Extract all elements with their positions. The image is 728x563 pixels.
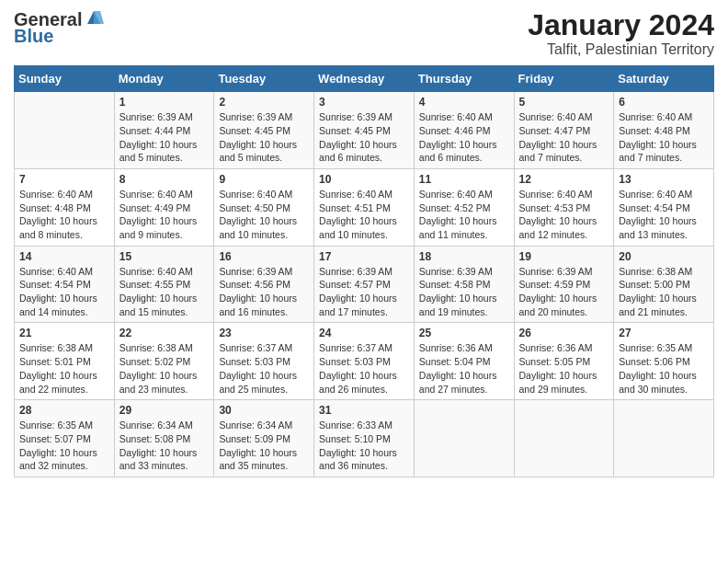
day-number: 3	[319, 96, 409, 109]
day-info: Sunrise: 6:37 AM Sunset: 5:03 PM Dayligh…	[219, 341, 309, 396]
day-number: 22	[119, 327, 210, 339]
calendar-cell: 20Sunrise: 6:38 AM Sunset: 5:00 PM Dayli…	[614, 246, 714, 323]
calendar-cell: 15Sunrise: 6:40 AM Sunset: 4:55 PM Dayli…	[114, 246, 214, 323]
calendar-cell: 4Sunrise: 6:40 AM Sunset: 4:46 PM Daylig…	[414, 92, 514, 169]
calendar-cell: 19Sunrise: 6:39 AM Sunset: 4:59 PM Dayli…	[514, 246, 614, 323]
day-number: 12	[519, 173, 609, 186]
calendar-cell	[414, 400, 514, 477]
logo: General Blue	[14, 9, 104, 46]
day-info: Sunrise: 6:40 AM Sunset: 4:49 PM Dayligh…	[119, 188, 210, 242]
day-info: Sunrise: 6:34 AM Sunset: 5:08 PM Dayligh…	[119, 419, 210, 473]
header-cell-monday: Monday	[114, 66, 214, 92]
calendar-cell: 7Sunrise: 6:40 AM Sunset: 4:48 PM Daylig…	[15, 168, 115, 246]
header-cell-wednesday: Wednesday	[314, 66, 415, 92]
day-info: Sunrise: 6:38 AM Sunset: 5:00 PM Dayligh…	[619, 265, 709, 319]
calendar-cell	[15, 92, 115, 169]
calendar-cell: 28Sunrise: 6:35 AM Sunset: 5:07 PM Dayli…	[15, 400, 115, 477]
day-info: Sunrise: 6:38 AM Sunset: 5:02 PM Dayligh…	[119, 341, 210, 396]
day-info: Sunrise: 6:40 AM Sunset: 4:51 PM Dayligh…	[319, 188, 409, 242]
svg-marker-1	[94, 11, 104, 24]
day-info: Sunrise: 6:40 AM Sunset: 4:53 PM Dayligh…	[519, 188, 609, 242]
day-number: 24	[319, 327, 409, 339]
calendar-cell: 1Sunrise: 6:39 AM Sunset: 4:44 PM Daylig…	[114, 92, 214, 169]
calendar-cell: 9Sunrise: 6:40 AM Sunset: 4:50 PM Daylig…	[214, 168, 314, 246]
day-number: 1	[119, 96, 210, 109]
day-number: 16	[219, 250, 309, 263]
header-cell-thursday: Thursday	[414, 66, 514, 92]
calendar-cell: 2Sunrise: 6:39 AM Sunset: 4:45 PM Daylig…	[214, 92, 314, 169]
calendar-cell: 24Sunrise: 6:37 AM Sunset: 5:03 PM Dayli…	[314, 323, 415, 400]
day-info: Sunrise: 6:39 AM Sunset: 4:58 PM Dayligh…	[419, 265, 509, 319]
day-number: 25	[419, 327, 509, 339]
day-info: Sunrise: 6:36 AM Sunset: 5:04 PM Dayligh…	[419, 341, 509, 396]
calendar-cell: 31Sunrise: 6:33 AM Sunset: 5:10 PM Dayli…	[314, 400, 415, 477]
day-number: 17	[319, 250, 409, 263]
page-header: General Blue January 2024 Talfit, Palest…	[14, 9, 714, 58]
logo-icon	[84, 7, 104, 28]
title-block: January 2024 Talfit, Palestinian Territo…	[528, 9, 714, 58]
calendar-cell: 17Sunrise: 6:39 AM Sunset: 4:57 PM Dayli…	[314, 246, 415, 323]
calendar-cell: 5Sunrise: 6:40 AM Sunset: 4:47 PM Daylig…	[514, 92, 614, 169]
day-number: 28	[19, 404, 109, 417]
calendar-cell: 10Sunrise: 6:40 AM Sunset: 4:51 PM Dayli…	[314, 168, 415, 246]
day-number: 13	[619, 173, 709, 186]
day-number: 14	[19, 250, 109, 263]
day-info: Sunrise: 6:37 AM Sunset: 5:03 PM Dayligh…	[319, 341, 409, 396]
calendar-cell: 6Sunrise: 6:40 AM Sunset: 4:48 PM Daylig…	[614, 92, 714, 169]
calendar-cell: 13Sunrise: 6:40 AM Sunset: 4:54 PM Dayli…	[614, 168, 714, 246]
week-row-1: 1Sunrise: 6:39 AM Sunset: 4:44 PM Daylig…	[15, 92, 714, 169]
calendar-cell: 29Sunrise: 6:34 AM Sunset: 5:08 PM Dayli…	[114, 400, 214, 477]
day-info: Sunrise: 6:40 AM Sunset: 4:47 PM Dayligh…	[519, 110, 609, 165]
day-number: 18	[419, 250, 509, 263]
day-number: 15	[119, 250, 210, 263]
day-info: Sunrise: 6:39 AM Sunset: 4:59 PM Dayligh…	[519, 265, 609, 319]
page-title: January 2024	[528, 9, 714, 41]
day-number: 5	[519, 96, 609, 109]
day-number: 10	[319, 173, 409, 186]
calendar-cell: 14Sunrise: 6:40 AM Sunset: 4:54 PM Dayli…	[15, 246, 115, 323]
day-info: Sunrise: 6:40 AM Sunset: 4:50 PM Dayligh…	[219, 188, 309, 242]
week-row-2: 7Sunrise: 6:40 AM Sunset: 4:48 PM Daylig…	[15, 168, 714, 246]
day-number: 23	[219, 327, 309, 339]
day-number: 11	[419, 173, 509, 186]
calendar-cell: 11Sunrise: 6:40 AM Sunset: 4:52 PM Dayli…	[414, 168, 514, 246]
day-number: 21	[19, 327, 109, 339]
day-info: Sunrise: 6:40 AM Sunset: 4:55 PM Dayligh…	[119, 265, 210, 319]
day-number: 30	[219, 404, 309, 417]
header-cell-sunday: Sunday	[15, 66, 115, 92]
calendar-cell: 27Sunrise: 6:35 AM Sunset: 5:06 PM Dayli…	[614, 323, 714, 400]
calendar-cell: 22Sunrise: 6:38 AM Sunset: 5:02 PM Dayli…	[114, 323, 214, 400]
day-number: 6	[619, 96, 709, 109]
day-info: Sunrise: 6:39 AM Sunset: 4:57 PM Dayligh…	[319, 265, 409, 319]
day-info: Sunrise: 6:40 AM Sunset: 4:48 PM Dayligh…	[619, 110, 709, 165]
week-row-3: 14Sunrise: 6:40 AM Sunset: 4:54 PM Dayli…	[15, 246, 714, 323]
day-info: Sunrise: 6:40 AM Sunset: 4:46 PM Dayligh…	[419, 110, 509, 165]
day-number: 26	[519, 327, 609, 339]
calendar-cell: 21Sunrise: 6:38 AM Sunset: 5:01 PM Dayli…	[15, 323, 115, 400]
calendar-cell	[514, 400, 614, 477]
day-number: 9	[219, 173, 309, 186]
calendar-cell: 3Sunrise: 6:39 AM Sunset: 4:45 PM Daylig…	[314, 92, 415, 169]
page-subtitle: Talfit, Palestinian Territory	[528, 41, 714, 58]
calendar-cell: 12Sunrise: 6:40 AM Sunset: 4:53 PM Dayli…	[514, 168, 614, 246]
day-number: 2	[219, 96, 309, 109]
day-number: 8	[119, 173, 210, 186]
day-info: Sunrise: 6:39 AM Sunset: 4:44 PM Dayligh…	[119, 110, 210, 165]
day-info: Sunrise: 6:33 AM Sunset: 5:10 PM Dayligh…	[319, 419, 409, 473]
day-info: Sunrise: 6:36 AM Sunset: 5:05 PM Dayligh…	[519, 341, 609, 396]
calendar-cell: 8Sunrise: 6:40 AM Sunset: 4:49 PM Daylig…	[114, 168, 214, 246]
day-number: 19	[519, 250, 609, 263]
calendar-cell: 26Sunrise: 6:36 AM Sunset: 5:05 PM Dayli…	[514, 323, 614, 400]
header-cell-friday: Friday	[514, 66, 614, 92]
header-cell-saturday: Saturday	[614, 66, 714, 92]
day-info: Sunrise: 6:40 AM Sunset: 4:54 PM Dayligh…	[19, 265, 109, 319]
calendar-cell: 23Sunrise: 6:37 AM Sunset: 5:03 PM Dayli…	[214, 323, 314, 400]
calendar-cell: 18Sunrise: 6:39 AM Sunset: 4:58 PM Dayli…	[414, 246, 514, 323]
day-info: Sunrise: 6:35 AM Sunset: 5:07 PM Dayligh…	[19, 419, 109, 473]
calendar-cell: 25Sunrise: 6:36 AM Sunset: 5:04 PM Dayli…	[414, 323, 514, 400]
calendar-cell	[614, 400, 714, 477]
header-row: SundayMondayTuesdayWednesdayThursdayFrid…	[15, 66, 714, 92]
day-number: 4	[419, 96, 509, 109]
calendar-table: SundayMondayTuesdayWednesdayThursdayFrid…	[14, 65, 714, 477]
day-number: 31	[319, 404, 409, 417]
